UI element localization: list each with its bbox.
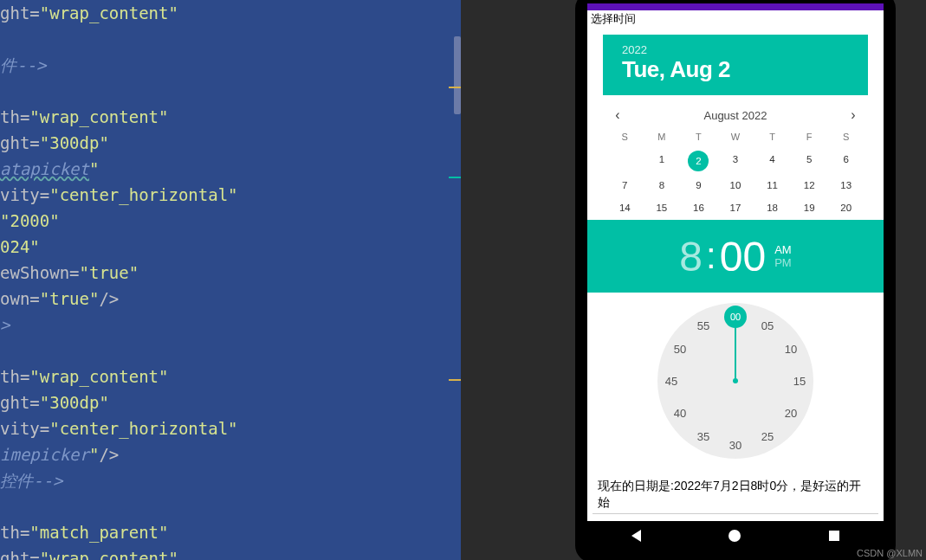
code-line[interactable]: own="true"/> <box>0 286 461 312</box>
code-line[interactable]: ght="300dp" <box>0 389 461 415</box>
calendar-day[interactable]: 6 <box>827 154 864 168</box>
code-line[interactable]: ght="wrap_content" <box>0 0 461 26</box>
code-line[interactable]: ght="300dp" <box>0 130 461 156</box>
calendar-day[interactable]: 8 <box>644 180 681 190</box>
next-month-icon[interactable]: › <box>845 107 861 123</box>
calendar-day[interactable]: 17 <box>717 203 754 213</box>
calendar-day[interactable]: 12 <box>791 180 828 190</box>
code-line[interactable]: 件--> <box>0 52 461 78</box>
tp-hour[interactable]: 8 <box>679 233 703 280</box>
calendar-day[interactable]: 13 <box>827 180 864 190</box>
calendar-day[interactable]: 9 <box>680 180 717 190</box>
clock-center <box>733 378 738 383</box>
watermark: CSDN @XLMN <box>857 548 923 558</box>
clock-number[interactable]: 20 <box>785 407 797 420</box>
code-line[interactable]: ght="wrap_content" <box>0 545 461 560</box>
datepicker-year[interactable]: 2022 <box>622 43 849 56</box>
code-line[interactable]: atapicket" <box>0 156 461 182</box>
home-icon[interactable] <box>728 530 741 542</box>
dow-label: W <box>717 132 754 142</box>
clock-number[interactable]: 45 <box>665 375 677 388</box>
code-editor-pane[interactable]: ght="wrap_content" 件--> th="wrap_content… <box>0 0 461 560</box>
clock-number[interactable]: 30 <box>729 439 741 452</box>
editor-scrollbar[interactable] <box>454 36 461 114</box>
calendar-day[interactable]: 11 <box>754 180 791 190</box>
code-line[interactable]: th="match_parent" <box>0 519 461 545</box>
gutter-marker <box>449 379 461 381</box>
clock-number[interactable]: 55 <box>697 319 709 331</box>
code-line[interactable] <box>0 78 461 104</box>
clock-number[interactable]: 05 <box>761 319 774 331</box>
code-line[interactable]: "2000" <box>0 208 461 234</box>
timepicker-header: 8 : 00 AM PM <box>587 220 884 293</box>
calendar-day[interactable]: 1 <box>644 154 681 168</box>
calendar-day[interactable]: 5 <box>791 154 828 168</box>
code-line[interactable]: vity="center_horizontal" <box>0 182 461 208</box>
code-line[interactable] <box>0 493 461 519</box>
pm-label[interactable]: PM <box>774 256 792 269</box>
calendar-day[interactable]: 10 <box>717 180 754 190</box>
prev-month-icon[interactable]: ‹ <box>610 107 625 123</box>
code-line[interactable]: th="wrap_content" <box>0 364 461 389</box>
clock-number[interactable]: 10 <box>785 343 797 356</box>
tp-minute[interactable]: 00 <box>720 233 766 280</box>
calendar-day[interactable]: 15 <box>644 203 681 213</box>
calendar-day[interactable]: 4 <box>754 154 791 168</box>
datepicker-header: 2022 Tue, Aug 2 <box>603 35 868 95</box>
calendar-day[interactable]: 3 <box>717 154 754 168</box>
code-line[interactable]: vity="center_horizontal" <box>0 415 461 441</box>
tp-colon: : <box>703 235 720 277</box>
clock-selected[interactable]: 00 <box>724 306 747 328</box>
code-line[interactable]: th="wrap_content" <box>0 104 461 130</box>
gutter-marker <box>449 177 461 178</box>
clock-number[interactable]: 25 <box>761 430 774 443</box>
dow-label: S <box>827 132 864 142</box>
dow-label: T <box>680 132 717 142</box>
am-label[interactable]: AM <box>774 243 792 256</box>
device-frame: 选择时间 2022 Tue, Aug 2 ‹ August 2022 › SMT… <box>575 0 896 560</box>
gutter-marker <box>449 87 461 88</box>
calendar-grid: SMTWTFS1234567891011121314151617181920 <box>587 132 884 213</box>
status-text: 现在的日期是:2022年7月2日8时0分，是好运的开始 <box>593 476 878 514</box>
back-icon[interactable] <box>631 530 641 542</box>
device-screen: 选择时间 2022 Tue, Aug 2 ‹ August 2022 › SMT… <box>587 3 884 550</box>
calendar-day[interactable]: 16 <box>680 203 717 213</box>
clock-number[interactable]: 35 <box>697 430 709 443</box>
calendar-day[interactable]: 19 <box>791 203 828 213</box>
recents-icon[interactable] <box>829 531 839 541</box>
datepicker-date[interactable]: Tue, Aug 2 <box>622 56 849 83</box>
code-line[interactable] <box>0 26 461 52</box>
calendar-day[interactable]: 20 <box>827 203 864 213</box>
clock-number[interactable]: 50 <box>674 343 686 356</box>
clock-number[interactable]: 15 <box>793 375 806 388</box>
code-line[interactable] <box>0 338 461 364</box>
clock-number[interactable]: 40 <box>674 407 686 420</box>
status-bar <box>587 3 884 10</box>
code-line[interactable]: > <box>0 312 461 338</box>
code-line[interactable]: 024" <box>0 234 461 260</box>
code-line[interactable]: ewShown="true" <box>0 260 461 286</box>
code-line[interactable]: 控件--> <box>0 467 461 493</box>
clock-face[interactable]: 000510152025303540455055 <box>657 303 813 459</box>
dow-label: F <box>791 132 828 142</box>
android-navbar <box>587 521 884 550</box>
month-label: August 2022 <box>703 109 767 122</box>
calendar-day <box>606 154 644 168</box>
calendar-day[interactable]: 14 <box>606 203 644 213</box>
calendar-day[interactable]: 7 <box>606 180 644 190</box>
dow-label: T <box>754 132 791 142</box>
calendar-day[interactable]: 2 <box>680 154 717 168</box>
app-title: 选择时间 <box>587 10 884 28</box>
dow-label: M <box>644 132 681 142</box>
month-nav: ‹ August 2022 › <box>587 95 884 132</box>
calendar-day[interactable]: 18 <box>754 203 791 213</box>
dow-label: S <box>606 132 644 142</box>
code-line[interactable]: imepicker"/> <box>0 441 461 467</box>
